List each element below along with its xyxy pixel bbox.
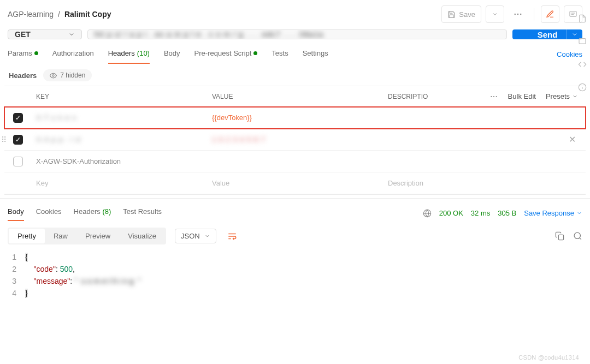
table-row-new[interactable]: Key Value Description [4, 172, 586, 194]
info-icon [578, 83, 587, 92]
view-tab-preview[interactable]: Preview [76, 229, 119, 243]
checkbox[interactable] [13, 157, 23, 166]
resp-tab-cookies[interactable]: Cookies [36, 205, 62, 221]
url-text: htt p s/ / a p i . ex a m p l e . c o m … [95, 30, 323, 39]
presets-button[interactable]: Presets [546, 92, 578, 100]
header-key[interactable]: X-A p p - I d [36, 135, 81, 144]
copy-button[interactable] [555, 231, 564, 241]
more-horizontal-icon [513, 9, 523, 19]
save-response-button[interactable]: Save Response [524, 209, 582, 217]
status-time: 32 ms [471, 209, 490, 217]
pencil-icon [546, 10, 554, 19]
checkbox[interactable]: ✓ [13, 135, 23, 145]
dot-indicator [34, 51, 38, 55]
send-button[interactable]: Send [512, 29, 582, 39]
save-icon [447, 10, 456, 19]
tab-params[interactable]: Params [8, 45, 38, 64]
desc-placeholder[interactable]: Description [384, 179, 586, 187]
col-value: VALUE [208, 93, 384, 100]
code-icon [578, 60, 587, 69]
tab-authorization[interactable]: Authorization [52, 45, 94, 64]
doc-icon [578, 14, 587, 23]
col-description: DESCRIPTIO [384, 93, 438, 100]
watermark: CSDN @codu4u1314 [518, 354, 579, 361]
dot-indicator [253, 51, 257, 55]
save-dropdown[interactable] [486, 5, 504, 23]
resp-headers-count: (8) [102, 207, 111, 216]
rail-comment-icon[interactable] [578, 37, 587, 46]
status-size: 305 B [498, 209, 516, 217]
svg-point-0 [515, 14, 516, 15]
table-row[interactable]: ⠿ ✓ X-A p p - I d 1 0 2 3 4 5 6 7 ✕ [4, 129, 586, 151]
col-key: KEY [32, 93, 208, 100]
save-label: Save [459, 10, 475, 19]
checkbox[interactable]: ✓ [13, 113, 23, 123]
svg-point-9 [495, 96, 497, 97]
bulk-edit-button[interactable]: Bulk Edit [508, 92, 536, 100]
svg-point-7 [491, 96, 492, 97]
wrap-lines-button[interactable] [223, 229, 241, 243]
rail-docs-icon[interactable] [578, 14, 587, 23]
rail-code-icon[interactable] [578, 60, 587, 69]
svg-point-6 [52, 74, 54, 76]
breadcrumb-workspace[interactable]: AGP-learning [8, 10, 54, 19]
table-row[interactable]: X-AGW-SDK-Authorization [4, 151, 586, 172]
method-select[interactable]: GET [8, 29, 82, 39]
svg-point-2 [520, 14, 521, 15]
more-actions-button[interactable] [509, 5, 527, 23]
table-row[interactable]: ✓ X-T o k e n {{devToken}} [4, 107, 586, 129]
response-body[interactable]: 1{ 2 "code": 500, 3 "message": " s o m e… [0, 249, 590, 310]
more-columns[interactable] [489, 92, 498, 101]
resp-tab-testresults[interactable]: Test Results [123, 205, 162, 221]
tab-tests[interactable]: Tests [272, 45, 288, 64]
headers-label: Headers [9, 71, 37, 80]
more-horizontal-icon [489, 92, 498, 101]
header-value[interactable]: 1 0 2 3 4 5 6 7 [212, 135, 266, 144]
svg-point-8 [493, 96, 494, 97]
value-placeholder[interactable]: Value [208, 179, 384, 187]
method-label: GET [15, 30, 31, 39]
hidden-headers-toggle[interactable]: 7 hidden [43, 69, 92, 81]
header-key[interactable]: X-T o k e n [36, 114, 76, 122]
send-label: Send [538, 30, 558, 39]
tab-body[interactable]: Body [164, 45, 180, 64]
view-tab-pretty[interactable]: Pretty [9, 229, 45, 243]
tab-settings[interactable]: Settings [303, 45, 328, 64]
eye-icon [50, 72, 57, 79]
body-view-tabs: Pretty Raw Preview Visualize [8, 228, 166, 244]
rail-info-icon[interactable] [578, 83, 587, 92]
view-tab-raw[interactable]: Raw [45, 229, 76, 243]
breadcrumb-request[interactable]: Ralimit Copy [64, 10, 111, 19]
header-value[interactable]: {{devToken}} [212, 114, 252, 122]
tab-prerequest[interactable]: Pre-request Script [194, 45, 258, 64]
chevron-down-icon [204, 233, 210, 239]
svg-point-1 [517, 14, 518, 15]
wrap-icon [227, 231, 237, 241]
svg-rect-14 [558, 235, 563, 240]
edit-button[interactable] [541, 5, 559, 23]
breadcrumb-sep: / [58, 10, 60, 19]
globe-icon [423, 209, 432, 218]
headers-count: (10) [137, 49, 150, 57]
chevron-down-icon [492, 11, 498, 17]
url-input[interactable]: htt p s/ / a p i . ex a m p l e . c o m … [87, 29, 507, 39]
chevron-down-icon [68, 31, 75, 38]
svg-rect-17 [579, 39, 586, 44]
resp-tab-headers[interactable]: Headers (8) [74, 205, 111, 221]
copy-icon [555, 231, 564, 241]
view-tab-visualize[interactable]: Visualize [119, 229, 165, 243]
format-select[interactable]: JSON [175, 229, 216, 243]
tab-headers[interactable]: Headers (10) [108, 45, 150, 64]
status-code: 200 OK [439, 209, 463, 217]
network-icon[interactable] [423, 209, 432, 218]
save-button[interactable]: Save [441, 5, 481, 23]
key-placeholder[interactable]: Key [32, 179, 208, 187]
resp-tab-body[interactable]: Body [8, 205, 24, 221]
header-key[interactable]: X-AGW-SDK-Authorization [32, 157, 208, 165]
drag-handle-icon[interactable]: ⠿ [1, 135, 7, 144]
chat-icon [578, 37, 587, 46]
